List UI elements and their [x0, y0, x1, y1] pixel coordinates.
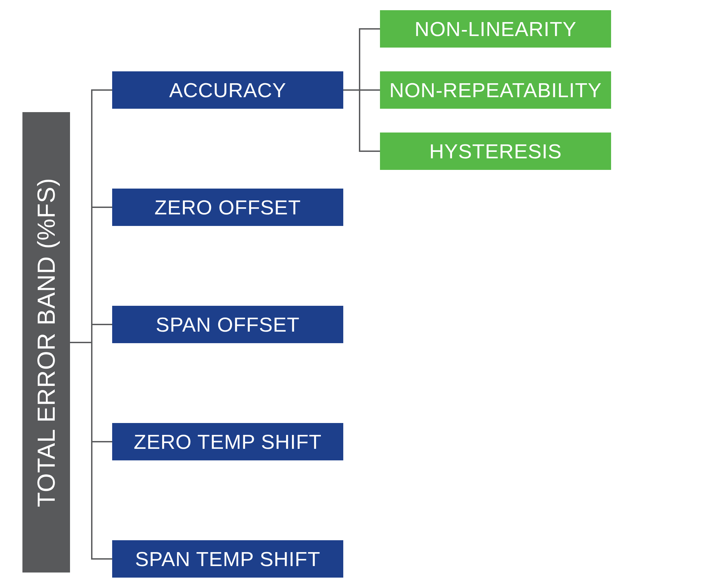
- node-label: NON-LINEARITY: [415, 17, 576, 41]
- node-non-repeatability: NON-REPEATABILITY: [380, 71, 611, 109]
- node-span-offset: SPAN OFFSET: [112, 306, 343, 343]
- node-label: SPAN TEMP SHIFT: [135, 547, 320, 571]
- connector-to-non-linearity: [359, 28, 380, 30]
- node-span-temp-shift: SPAN TEMP SHIFT: [112, 540, 343, 578]
- root-label: TOTAL ERROR BAND (%FS): [32, 178, 60, 507]
- node-label: ZERO TEMP SHIFT: [134, 430, 322, 454]
- node-non-linearity: NON-LINEARITY: [380, 10, 611, 48]
- node-zero-temp-shift: ZERO TEMP SHIFT: [112, 423, 343, 460]
- connector-root-stem: [70, 342, 92, 343]
- node-hysteresis: HYSTERESIS: [380, 133, 611, 170]
- connector-to-non-repeatability: [359, 89, 380, 91]
- node-label: HYSTERESIS: [429, 140, 562, 163]
- node-label: NON-REPEATABILITY: [389, 78, 602, 102]
- connector-to-span-temp-shift: [91, 558, 112, 560]
- connector-to-hysteresis: [359, 151, 380, 152]
- node-zero-offset: ZERO OFFSET: [112, 189, 343, 226]
- node-accuracy: ACCURACY: [112, 71, 343, 109]
- diagram-stage: TOTAL ERROR BAND (%FS) ACCURACY ZERO OFF…: [0, 0, 728, 581]
- root-total-error-band: TOTAL ERROR BAND (%FS): [22, 112, 70, 573]
- connector-accuracy-stem: [343, 89, 360, 91]
- node-label: SPAN OFFSET: [156, 313, 299, 336]
- connector-to-accuracy: [91, 89, 112, 91]
- connector-to-span-offset: [91, 324, 112, 325]
- connector-to-zero-offset: [91, 207, 112, 208]
- node-label: ZERO OFFSET: [155, 196, 301, 219]
- node-label: ACCURACY: [169, 78, 287, 102]
- connector-to-zero-temp-shift: [91, 441, 112, 442]
